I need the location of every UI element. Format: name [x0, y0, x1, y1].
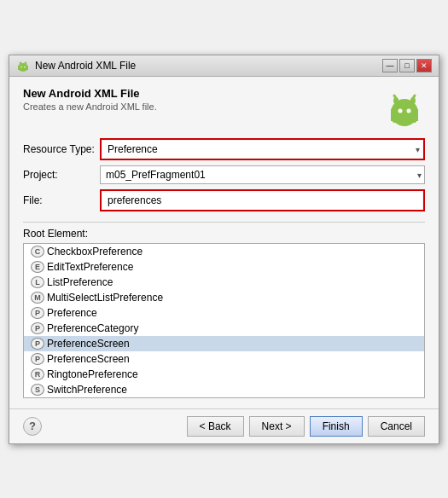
dialog-header-text: New Android XML File Creates a new Andro…	[23, 87, 157, 112]
list-item-label: Preference	[47, 307, 97, 319]
list-item-label: ListPreference	[47, 276, 113, 288]
pref-category-icon: P	[31, 322, 44, 334]
list-item[interactable]: P PreferenceScreen	[24, 351, 424, 367]
dialog-body: New Android XML File Creates a new Andro…	[9, 77, 439, 408]
svg-rect-1	[18, 66, 28, 70]
list-item-label: PreferenceScreen	[47, 353, 130, 365]
pref-icon: P	[31, 307, 44, 319]
list-item[interactable]: S SwitchPreference	[24, 382, 424, 397]
maximize-button[interactable]: □	[399, 59, 415, 72]
project-select-wrap: m05_PrefFragment01 ▾	[100, 165, 425, 184]
list-pref-icon: L	[31, 276, 44, 288]
svg-point-4	[20, 66, 22, 67]
list-item[interactable]: P PreferenceCategory	[24, 321, 424, 336]
minimize-button[interactable]: —	[382, 59, 398, 72]
dialog-header: New Android XML File Creates a new Andro…	[23, 87, 425, 128]
dialog-title: New Android XML File	[23, 87, 157, 100]
list-item[interactable]: M MultiSelectListPreference	[24, 290, 424, 305]
svg-rect-11	[413, 116, 416, 123]
pref-screen-icon-1: P	[31, 338, 44, 350]
file-input[interactable]	[102, 192, 422, 209]
checkbox-pref-icon: C	[31, 246, 44, 258]
dialog-footer: ? < Back Next > Finish Cancel	[9, 408, 439, 443]
resource-type-label: Resource Type:	[23, 143, 100, 155]
svg-rect-10	[393, 116, 396, 123]
list-item[interactable]: E EditTextPreference	[24, 259, 424, 275]
back-button[interactable]: < Back	[187, 416, 244, 437]
list-item-label: SwitchPreference	[47, 384, 127, 396]
list-item-selected[interactable]: P PreferenceScreen	[24, 336, 424, 351]
list-item-label: CheckboxPreference	[47, 246, 143, 258]
file-label: File:	[23, 194, 100, 206]
separator	[23, 222, 425, 223]
svg-point-14	[399, 108, 403, 113]
edittext-pref-icon: E	[31, 261, 44, 273]
title-bar: New Android XML File — □ ✕	[9, 55, 439, 77]
svg-point-15	[407, 108, 411, 113]
footer-right: < Back Next > Finish Cancel	[187, 416, 425, 437]
project-row: Project: m05_PrefFragment01 ▾	[23, 165, 425, 184]
multiselect-pref-icon: M	[31, 292, 44, 304]
list-item-label: PreferenceScreen	[47, 338, 130, 350]
switch-pref-icon: S	[31, 384, 44, 396]
ringtone-pref-icon: R	[31, 368, 44, 380]
help-button[interactable]: ?	[23, 417, 42, 436]
footer-left: ?	[23, 417, 42, 436]
close-button[interactable]: ✕	[416, 59, 432, 72]
list-item-label: EditTextPreference	[47, 261, 133, 273]
android-small-icon	[16, 59, 30, 72]
next-button[interactable]: Next >	[249, 416, 305, 437]
cancel-button[interactable]: Cancel	[368, 416, 425, 437]
list-item[interactable]: L ListPreference	[24, 275, 424, 290]
resource-type-row: Resource Type: Preference Layout Menu ▾	[23, 138, 425, 160]
title-bar-left: New Android XML File	[16, 59, 136, 72]
list-item[interactable]: P Preference	[24, 305, 424, 321]
title-bar-buttons: — □ ✕	[382, 59, 432, 72]
project-label: Project:	[23, 169, 100, 181]
resource-type-select[interactable]: Preference Layout Menu	[102, 141, 422, 158]
dialog: New Android XML File — □ ✕ New Android X…	[9, 55, 439, 444]
finish-button[interactable]: Finish	[310, 416, 363, 437]
list-item[interactable]: C CheckboxPreference	[24, 244, 424, 259]
file-row: File:	[23, 189, 425, 211]
list-item-label: MultiSelectListPreference	[47, 292, 163, 304]
android-logo	[384, 87, 425, 128]
root-element-label: Root Element:	[23, 228, 425, 240]
dialog-subtitle: Creates a new Android XML file.	[23, 101, 157, 112]
svg-point-5	[24, 66, 26, 67]
root-element-list[interactable]: C CheckboxPreference E EditTextPreferenc…	[23, 243, 425, 398]
list-item[interactable]: R RingtonePreference	[24, 367, 424, 382]
project-select[interactable]: m05_PrefFragment01	[100, 165, 425, 184]
list-item-label: PreferenceCategory	[47, 322, 138, 334]
list-item-label: RingtonePreference	[47, 368, 138, 380]
pref-screen-icon-2: P	[31, 353, 44, 365]
title-bar-text: New Android XML File	[35, 60, 136, 72]
